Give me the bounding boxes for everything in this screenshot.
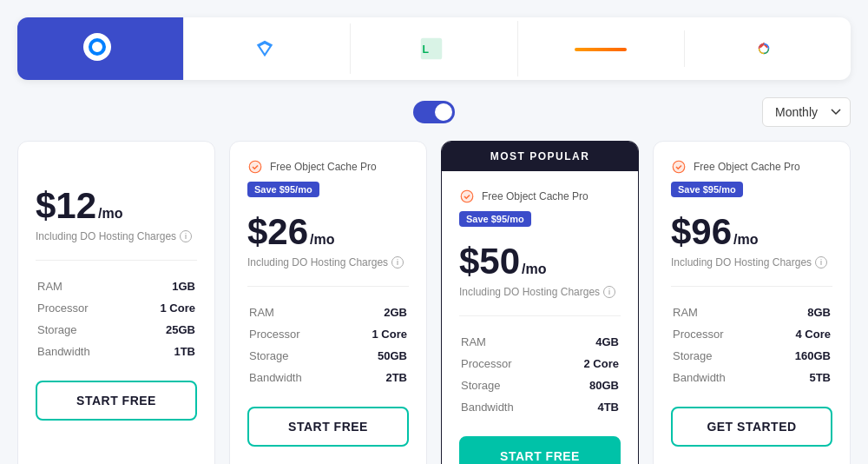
promo-spacer xyxy=(36,159,197,185)
spec-row: Storage 25GB xyxy=(37,320,195,340)
promo-row-plan-50: Free Object Cache Pro Save $95/mo xyxy=(459,189,621,227)
spec-row: Processor 2 Core xyxy=(461,354,619,374)
billing-select[interactable]: Monthly Annually xyxy=(762,97,851,127)
divider-plan-96 xyxy=(671,286,832,287)
save-badge-plan-26: Save $95/mo xyxy=(247,182,319,197)
provider-aws[interactable] xyxy=(518,30,685,67)
premium-toggle[interactable] xyxy=(413,101,455,123)
spec-row: Storage 160GB xyxy=(673,346,831,366)
price-value-plan-96: $96 xyxy=(671,211,732,253)
info-icon-plan-96[interactable]: i xyxy=(815,256,827,268)
price-period-plan-26: /mo xyxy=(310,232,334,248)
divider-plan-12 xyxy=(36,260,197,261)
gcloud-icon xyxy=(754,39,773,58)
cta-button-plan-12[interactable]: START FREE xyxy=(36,381,197,421)
digitalocean-logo xyxy=(83,33,118,61)
spec-row: Bandwidth 2TB xyxy=(249,368,407,388)
spec-key: RAM xyxy=(673,302,766,322)
spec-row: Bandwidth 4TB xyxy=(461,397,619,417)
info-icon-plan-12[interactable]: i xyxy=(180,230,192,242)
spec-value: 4GB xyxy=(556,332,619,352)
googlecloud-logo xyxy=(754,39,780,58)
spec-value: 4TB xyxy=(556,397,619,417)
controls-row: Monthly Annually xyxy=(17,101,851,123)
vultr-logo xyxy=(255,39,279,58)
spec-key: Bandwidth xyxy=(673,368,766,388)
divider-plan-50 xyxy=(459,315,621,316)
provider-vultr[interactable] xyxy=(184,23,351,74)
do-inner-circle xyxy=(89,38,106,56)
spec-row: RAM 8GB xyxy=(673,302,831,322)
spec-key: Processor xyxy=(249,324,343,344)
info-icon-plan-50[interactable]: i xyxy=(603,286,615,298)
provider-linode[interactable]: L xyxy=(351,21,517,76)
spec-value: 2 Core xyxy=(556,354,619,374)
spec-row: Bandwidth 5TB xyxy=(673,368,831,388)
svg-point-5 xyxy=(249,161,262,174)
spec-value: 1 Core xyxy=(133,298,195,318)
spec-value: 2GB xyxy=(345,302,407,322)
provider-digitalocean[interactable] xyxy=(17,17,184,80)
price-value-plan-12: $12 xyxy=(36,185,96,227)
spec-key: Processor xyxy=(37,298,131,318)
specs-table-plan-26: RAM 2GB Processor 1 Core Storage 50GB Ba… xyxy=(247,301,409,389)
spec-row: RAM 2GB xyxy=(249,302,407,322)
do-circle-icon xyxy=(83,33,111,61)
pricing-card-plan-96: Free Object Cache Pro Save $95/mo $96 /m… xyxy=(653,141,851,464)
spec-key: Bandwidth xyxy=(249,368,343,388)
promo-text-plan-50: Free Object Cache Pro xyxy=(482,190,589,202)
provider-nav: L xyxy=(17,17,851,80)
spec-row: RAM 4GB xyxy=(461,332,619,352)
card-body-plan-12: $12 /mo Including DO Hosting Charges i R… xyxy=(18,142,214,438)
linode-icon: L xyxy=(419,36,444,61)
spec-value: 160GB xyxy=(767,346,831,366)
spec-key: Storage xyxy=(37,320,131,340)
save-badge-plan-96: Save $95/mo xyxy=(671,182,743,197)
price-value-plan-50: $50 xyxy=(459,241,520,282)
spec-row: Storage 50GB xyxy=(249,346,407,366)
spec-value: 4 Core xyxy=(767,324,831,344)
popular-badge: MOST POPULAR xyxy=(442,142,638,171)
price-row-plan-26: $26 /mo xyxy=(247,211,409,253)
promo-icon xyxy=(459,189,475,204)
promo-text-plan-96: Free Object Cache Pro xyxy=(694,161,800,173)
promo-row-plan-26: Free Object Cache Pro Save $95/mo xyxy=(247,159,409,197)
pricing-cards: $12 /mo Including DO Hosting Charges i R… xyxy=(17,141,851,464)
aws-underline xyxy=(575,48,627,51)
toggle-group xyxy=(403,101,465,123)
spec-value: 5TB xyxy=(767,368,831,388)
cta-button-plan-26[interactable]: START FREE xyxy=(247,407,409,447)
spec-value: 1 Core xyxy=(345,324,407,344)
spec-row: Storage 80GB xyxy=(461,375,619,395)
promo-row-plan-96: Free Object Cache Pro Save $95/mo xyxy=(671,159,832,197)
info-icon-plan-26[interactable]: i xyxy=(391,256,404,268)
cta-button-plan-50[interactable]: START FREE xyxy=(459,436,621,464)
pricing-card-plan-12: $12 /mo Including DO Hosting Charges i R… xyxy=(17,141,215,464)
cta-button-plan-96[interactable]: GET STARTED xyxy=(671,407,832,447)
spec-key: Storage xyxy=(461,375,555,395)
svg-point-7 xyxy=(461,190,474,203)
specs-table-plan-12: RAM 1GB Processor 1 Core Storage 25GB Ba… xyxy=(36,275,197,363)
price-period-plan-96: /mo xyxy=(733,232,758,248)
spec-row: RAM 1GB xyxy=(37,276,195,296)
specs-table-plan-50: RAM 4GB Processor 2 Core Storage 80GB Ba… xyxy=(459,330,621,419)
promo-icon xyxy=(671,159,687,175)
spec-value: 50GB xyxy=(345,346,407,366)
divider-plan-26 xyxy=(247,286,409,287)
spec-key: Bandwidth xyxy=(461,397,555,417)
promo-text-plan-26: Free Object Cache Pro xyxy=(270,161,377,173)
spec-value: 2TB xyxy=(345,368,407,388)
spec-row: Processor 1 Core xyxy=(37,298,195,318)
pricing-card-plan-50: MOST POPULAR Free Object Cache Pro Save … xyxy=(441,141,639,464)
price-includes-plan-26: Including DO Hosting Charges i xyxy=(247,256,409,268)
linode-logo: L xyxy=(419,36,449,61)
provider-googlecloud[interactable] xyxy=(685,23,851,74)
card-body-plan-50: Free Object Cache Pro Save $95/mo $50 /m… xyxy=(442,171,638,464)
svg-text:L: L xyxy=(423,43,430,56)
price-includes-plan-96: Including DO Hosting Charges i xyxy=(671,256,832,268)
price-period-plan-50: /mo xyxy=(522,262,546,277)
price-row-plan-12: $12 /mo xyxy=(36,185,197,227)
spec-value: 25GB xyxy=(133,320,195,340)
price-value-plan-26: $26 xyxy=(247,211,308,253)
spec-value: 1TB xyxy=(133,341,195,361)
